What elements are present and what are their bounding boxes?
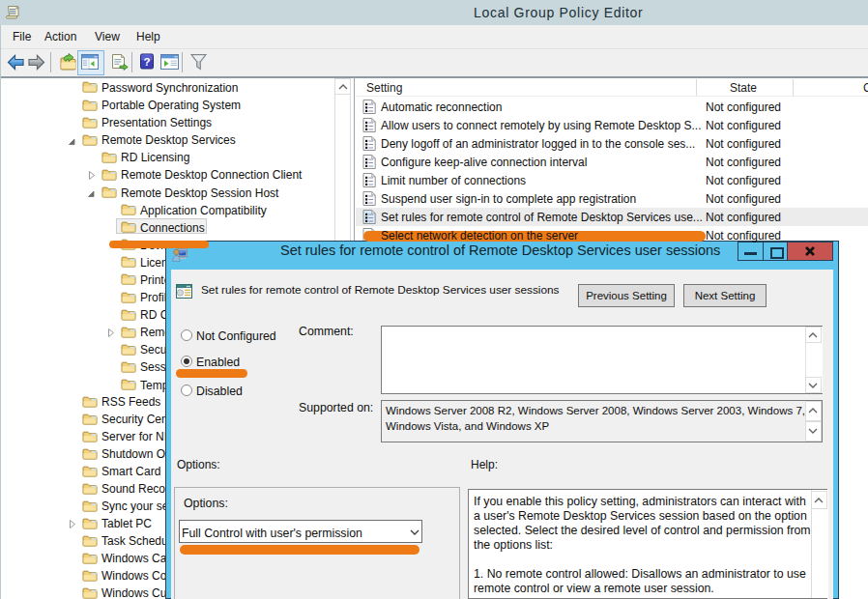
svg-text:?: ? [143, 56, 150, 68]
